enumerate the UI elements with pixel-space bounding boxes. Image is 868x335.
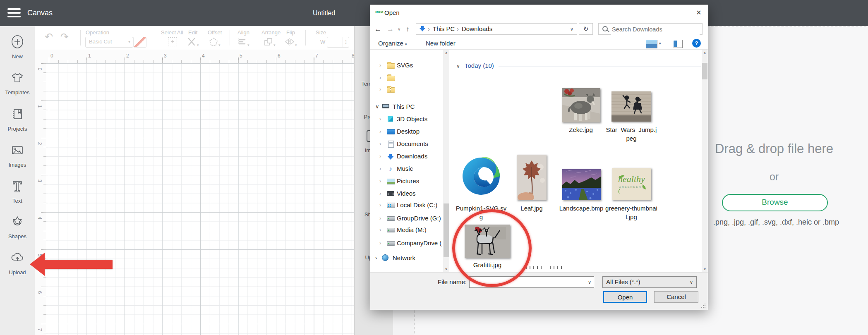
breadcrumb-this-pc[interactable]: This PC — [433, 24, 455, 34]
file-leaf-thumbnail[interactable] — [517, 155, 547, 200]
select-all-button[interactable]: + — [168, 37, 177, 46]
tree-item-desktop[interactable]: ›Desktop — [370, 126, 443, 137]
file-item-label[interactable]: Leaf.jpg — [506, 204, 558, 213]
tree-item-folder[interactable]: › — [370, 72, 443, 83]
up-button[interactable]: ↑ — [406, 25, 410, 34]
tree-item-local-disk[interactable]: ›Local Disk (C:) — [370, 200, 443, 211]
tree-item-3d-objects[interactable]: ›3D Objects — [370, 114, 443, 124]
chevron-collapsed-icon[interactable]: › — [379, 151, 381, 162]
chevron-collapsed-icon[interactable]: › — [379, 126, 381, 137]
tree-item-zip[interactable]: › — [370, 84, 443, 95]
sidebar-item-templates[interactable]: Templates — [0, 70, 35, 96]
chevron-collapsed-icon[interactable]: › — [379, 60, 381, 71]
file-group-header[interactable]: Today (10) — [465, 62, 494, 69]
chevron-collapsed-icon[interactable]: › — [379, 139, 381, 149]
sidebar-item-new[interactable]: New — [0, 34, 35, 60]
file-item-label[interactable]: Zeke.jpg — [555, 125, 607, 134]
linetype-color-swatch[interactable] — [133, 37, 146, 48]
sidebar-item-images[interactable]: Images — [0, 143, 35, 168]
design-canvas-grid[interactable] — [46, 63, 354, 335]
chevron-collapsed-icon[interactable]: › — [379, 72, 381, 83]
chevron-collapsed-icon[interactable]: › — [379, 225, 381, 235]
preview-pane-button[interactable] — [673, 40, 683, 48]
address-dropdown-icon[interactable]: ∨ — [570, 24, 573, 34]
chevron-collapsed-icon[interactable]: › — [379, 238, 381, 249]
browse-button[interactable]: Browse — [722, 194, 828, 211]
edit-button[interactable]: ▾ — [187, 37, 199, 48]
align-button[interactable]: ▾ — [237, 37, 249, 48]
file-greenery-thumbnail[interactable]: healthy GREENEERY — [612, 168, 651, 200]
change-view-button[interactable] — [646, 40, 657, 48]
tree-item-music[interactable]: ›♪Music — [370, 163, 443, 174]
help-button[interactable]: ? — [692, 39, 701, 48]
file-item-label[interactable]: greenery-thumbnail.jpg — [605, 204, 657, 221]
clipped-filename-fragment — [526, 266, 544, 269]
file-list-scrollbar[interactable]: ∧ ∨ — [702, 50, 708, 272]
chevron-collapsed-icon[interactable]: › — [379, 84, 381, 95]
tshirt-icon — [10, 70, 25, 85]
chevron-collapsed-icon[interactable]: › — [379, 163, 381, 174]
file-item-label[interactable]: Landscape.bmp — [555, 204, 607, 213]
sidebar-item-shapes[interactable]: Shapes — [0, 214, 35, 239]
hamburger-menu-icon[interactable] — [7, 8, 21, 17]
file-type-select[interactable]: All Files (*.*)∨ — [602, 276, 697, 288]
tree-item-videos[interactable]: ›Videos — [370, 188, 443, 199]
tree-item-media[interactable]: ›Media (M:) — [370, 225, 443, 235]
chevron-expanded-icon[interactable]: ∨ — [456, 63, 460, 69]
open-button[interactable]: Open — [603, 291, 647, 303]
organize-button[interactable]: Organize ▾ — [378, 40, 407, 47]
file-pumpkin1-svg-thumbnail[interactable] — [462, 157, 501, 196]
sidebar-item-projects[interactable]: Projects — [0, 107, 35, 132]
close-icon[interactable]: ✕ — [692, 7, 705, 18]
undo-button[interactable]: ↶ — [45, 31, 53, 43]
file-item-label[interactable]: Star_Wars_Jump.jpeg — [605, 125, 657, 143]
tree-item-this-pc[interactable]: ∨This PC — [370, 101, 443, 112]
file-star-wars-jump-thumbnail[interactable] — [611, 91, 651, 122]
tree-scrollbar[interactable]: ∧ ∨ — [443, 50, 449, 272]
chevron-expanded-icon[interactable]: ∨ — [375, 101, 379, 112]
network-icon — [382, 254, 388, 261]
tree-item-pictures[interactable]: ›Pictures — [370, 176, 443, 187]
breadcrumb-downloads[interactable]: Downloads — [462, 24, 492, 34]
scroll-down-icon[interactable]: ∨ — [702, 266, 708, 272]
recent-locations-dropdown-icon[interactable]: ∨ — [398, 27, 400, 31]
tree-item-companydrive[interactable]: ›CompanyDrive ( — [370, 238, 443, 249]
width-input[interactable]: ▲▼ — [327, 37, 349, 48]
tree-item-svgs[interactable]: ›SVGs — [370, 60, 443, 71]
search-input[interactable] — [611, 24, 700, 35]
file-zeke-thumbnail[interactable] — [562, 88, 600, 122]
chevron-collapsed-icon[interactable]: › — [379, 176, 381, 187]
file-name-dropdown-icon[interactable]: ∨ — [585, 276, 594, 288]
new-folder-button[interactable]: New folder — [426, 40, 456, 47]
refresh-button[interactable]: ↻ — [579, 23, 593, 35]
chevron-collapsed-icon[interactable]: › — [379, 200, 381, 211]
tree-item-documents[interactable]: ›Documents — [370, 139, 443, 149]
forward-button[interactable]: → — [387, 25, 394, 34]
sidebar-item-text[interactable]: Text — [0, 179, 35, 204]
chevron-collapsed-icon[interactable]: › — [379, 213, 381, 224]
scroll-up-icon[interactable]: ∧ — [702, 50, 708, 56]
chevron-collapsed-icon[interactable]: › — [375, 253, 377, 263]
breadcrumb[interactable]: › This PC › Downloads ∨ — [416, 23, 577, 35]
scrollbar-thumb[interactable] — [702, 63, 707, 79]
operation-select[interactable]: Basic Cut▾ — [85, 37, 133, 48]
scroll-down-icon[interactable]: ∨ — [443, 266, 449, 272]
project-name[interactable]: Untitled — [313, 0, 335, 26]
chevron-collapsed-icon[interactable]: › — [379, 114, 381, 124]
file-landscape-thumbnail[interactable] — [562, 169, 601, 200]
resize-grip[interactable] — [701, 304, 706, 308]
back-button[interactable]: ← — [374, 25, 381, 34]
offset-button[interactable]: ▾ — [209, 37, 221, 48]
flip-button[interactable]: ▾ — [284, 37, 297, 48]
chevron-collapsed-icon[interactable]: › — [379, 188, 381, 199]
redo-button[interactable]: ↷ — [60, 31, 69, 43]
cancel-button[interactable]: Cancel — [654, 291, 698, 303]
chevron-down-icon[interactable]: ▾ — [659, 41, 661, 45]
tree-item-downloads[interactable]: ›Downloads — [370, 151, 443, 162]
stepper-arrows-icon[interactable]: ▲▼ — [343, 37, 349, 47]
tree-item-groupdrive[interactable]: ›GroupDrive (G:) — [370, 213, 443, 224]
scrollbar-thumb[interactable] — [444, 203, 449, 257]
tree-item-network[interactable]: ›Network — [370, 253, 443, 263]
scroll-up-icon[interactable]: ∧ — [443, 50, 449, 56]
arrange-button[interactable]: ▾ — [264, 37, 276, 48]
